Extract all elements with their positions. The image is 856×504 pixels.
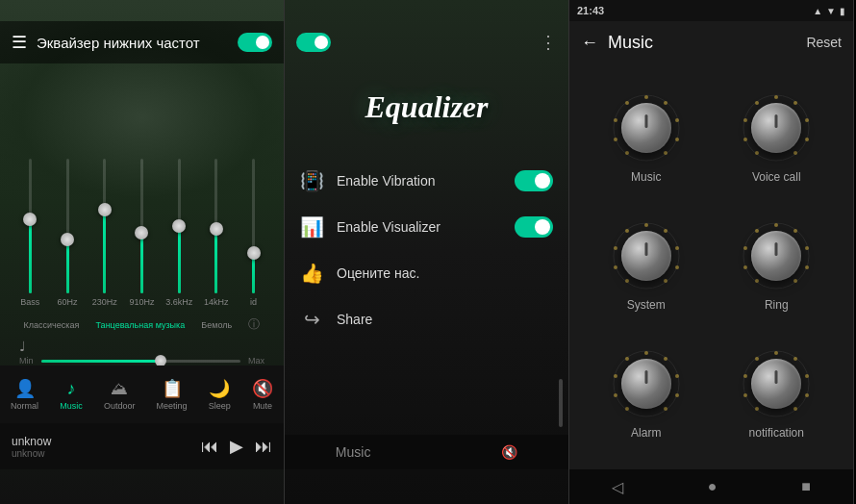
eq-label-5: 3.6kHz bbox=[165, 297, 192, 307]
home-nav-3[interactable]: ● bbox=[708, 478, 718, 495]
tab-sleep[interactable]: 🌙 Sleep bbox=[203, 374, 237, 415]
knob-ring[interactable]: Ring bbox=[716, 207, 839, 327]
eq-track-2[interactable] bbox=[66, 159, 69, 293]
back-nav-3[interactable]: ◁ bbox=[612, 478, 623, 496]
knob-alarm-body bbox=[621, 359, 671, 409]
prev-button[interactable]: ⏮ bbox=[201, 437, 218, 457]
eq-track-6[interactable] bbox=[214, 159, 217, 293]
eq-bar-60hz: 60Hz bbox=[54, 159, 81, 313]
eq-handle-3[interactable] bbox=[98, 203, 112, 216]
vibration-toggle[interactable] bbox=[515, 170, 553, 191]
knob-notification[interactable]: notification bbox=[716, 334, 839, 454]
normal-icon: 👤 bbox=[14, 378, 36, 399]
eq-bar-910hz: 910Hz bbox=[128, 159, 155, 313]
svg-point-54 bbox=[805, 393, 809, 397]
np-artist: unknow bbox=[12, 448, 201, 459]
tab-meeting-label: Meeting bbox=[157, 401, 188, 411]
bass-slider[interactable] bbox=[34, 356, 248, 365]
tab-meeting[interactable]: 📋 Meeting bbox=[151, 374, 193, 415]
knob-alarm-label: Alarm bbox=[631, 426, 661, 440]
vibration-label: Enable Vibration bbox=[337, 173, 501, 189]
eq-label-1: Bass bbox=[20, 297, 39, 307]
svg-point-23 bbox=[675, 246, 679, 250]
reset-button[interactable]: Reset bbox=[806, 35, 842, 50]
p1-main-toggle[interactable] bbox=[238, 33, 272, 52]
svg-point-19 bbox=[755, 101, 759, 105]
svg-point-39 bbox=[755, 229, 759, 233]
preset-info-icon[interactable]: ⓘ bbox=[248, 316, 260, 333]
svg-point-58 bbox=[743, 374, 747, 378]
svg-point-21 bbox=[644, 223, 648, 227]
knob-system[interactable]: System bbox=[585, 207, 708, 327]
status-icons-3: ▲ ▼ ▮ bbox=[813, 6, 845, 16]
eq-track-1[interactable] bbox=[29, 159, 32, 293]
np-controls: ⏮ ▶ ⏭ bbox=[201, 436, 272, 457]
bass-boost-row: ♩ bbox=[8, 337, 276, 356]
knob-notification-body bbox=[751, 359, 801, 409]
svg-point-16 bbox=[755, 151, 759, 155]
svg-point-25 bbox=[664, 279, 667, 283]
menu-item-visualizer[interactable]: 📊 Enable Visualizer bbox=[285, 204, 568, 250]
eq-bars: Bass 60Hz 230Hz bbox=[8, 71, 276, 313]
knob-voice-marker bbox=[775, 114, 778, 128]
eq-track-5[interactable] bbox=[178, 159, 181, 293]
menu-item-share[interactable]: ↪ Share bbox=[285, 296, 568, 342]
eq-track-3[interactable] bbox=[103, 159, 106, 293]
recent-nav-3[interactable]: ■ bbox=[801, 478, 811, 495]
p2-scroll-area bbox=[285, 350, 568, 435]
p2-menu-icon[interactable]: ⋮ bbox=[540, 32, 557, 53]
tab-normal[interactable]: 👤 Normal bbox=[5, 374, 44, 415]
svg-point-12 bbox=[793, 101, 797, 105]
knob-notification-marker bbox=[775, 370, 778, 384]
p2-menu: 📳 Enable Vibration 📊 Enable Visualizer 👍… bbox=[285, 150, 568, 350]
tab-mute[interactable]: 🔇 Mute bbox=[246, 374, 279, 415]
knob-music-label: Music bbox=[631, 170, 661, 184]
eq-handle-7[interactable] bbox=[247, 246, 261, 260]
tab-outdoor[interactable]: ⛰ Outdoor bbox=[98, 375, 141, 415]
tab-music-label: Music bbox=[60, 401, 83, 411]
eq-label-2: 60Hz bbox=[58, 297, 78, 307]
vibration-icon: 📳 bbox=[300, 169, 323, 192]
rate-icon: 👍 bbox=[300, 262, 323, 285]
eq-handle-5[interactable] bbox=[172, 219, 186, 233]
np-title: unknow bbox=[12, 435, 201, 448]
tab-music[interactable]: ♪ Music bbox=[54, 375, 88, 415]
preset-classical[interactable]: Классическая bbox=[24, 320, 80, 330]
eq-handle-4[interactable] bbox=[135, 226, 148, 239]
next-button[interactable]: ⏭ bbox=[255, 437, 272, 457]
play-button[interactable]: ▶ bbox=[230, 436, 243, 457]
visualizer-icon: 📊 bbox=[300, 215, 323, 239]
back-button[interactable]: ← bbox=[581, 33, 598, 53]
eq-bar-bass: Bass bbox=[16, 159, 43, 313]
bottom-tabs: 👤 Normal ♪ Music ⛰ Outdoor 📋 Meeting 🌙 S… bbox=[0, 365, 284, 423]
np-info: unknow unknow bbox=[12, 435, 201, 459]
knob-system-body bbox=[621, 231, 671, 281]
visualizer-toggle[interactable] bbox=[515, 216, 553, 238]
eq-handle-6[interactable] bbox=[210, 222, 223, 236]
eq-handle-2[interactable] bbox=[61, 233, 74, 246]
bass-boost-icon: ♩ bbox=[19, 339, 26, 354]
eq-label-4: 910Hz bbox=[129, 297, 154, 307]
preset-dance[interactable]: Танцевальная музыка bbox=[96, 320, 186, 330]
hamburger-icon[interactable]: ☰ bbox=[12, 32, 27, 53]
eq-track-7[interactable] bbox=[252, 159, 255, 293]
bass-labels: Min Max bbox=[8, 356, 276, 365]
knob-voice[interactable]: Voice call bbox=[716, 79, 839, 199]
menu-item-vibration[interactable]: 📳 Enable Vibration bbox=[285, 158, 568, 204]
knob-music[interactable]: Music bbox=[585, 79, 708, 199]
preset-bemol[interactable]: Бемоль bbox=[201, 320, 232, 330]
svg-point-55 bbox=[793, 407, 797, 411]
eq-bar-id: id bbox=[240, 159, 267, 313]
share-label: Share bbox=[337, 312, 553, 327]
knob-alarm[interactable]: Alarm bbox=[585, 334, 708, 454]
menu-item-rate[interactable]: 👍 Оцените нас. bbox=[285, 250, 568, 296]
tab-mute-label: Mute bbox=[253, 401, 272, 411]
eq-track-4[interactable] bbox=[140, 159, 143, 293]
panel-equalizer: 21:41 ▲ ▼ ▮ ☰ Эквайзер нижних частот Bas… bbox=[0, 0, 285, 504]
svg-point-1 bbox=[644, 95, 648, 99]
svg-point-53 bbox=[805, 374, 809, 378]
svg-point-44 bbox=[675, 393, 679, 397]
eq-handle-1[interactable] bbox=[23, 213, 37, 226]
panel-volume: 21:43 ▲ ▼ ▮ ← Music Reset bbox=[569, 0, 854, 504]
p2-header-toggle[interactable] bbox=[296, 33, 331, 52]
